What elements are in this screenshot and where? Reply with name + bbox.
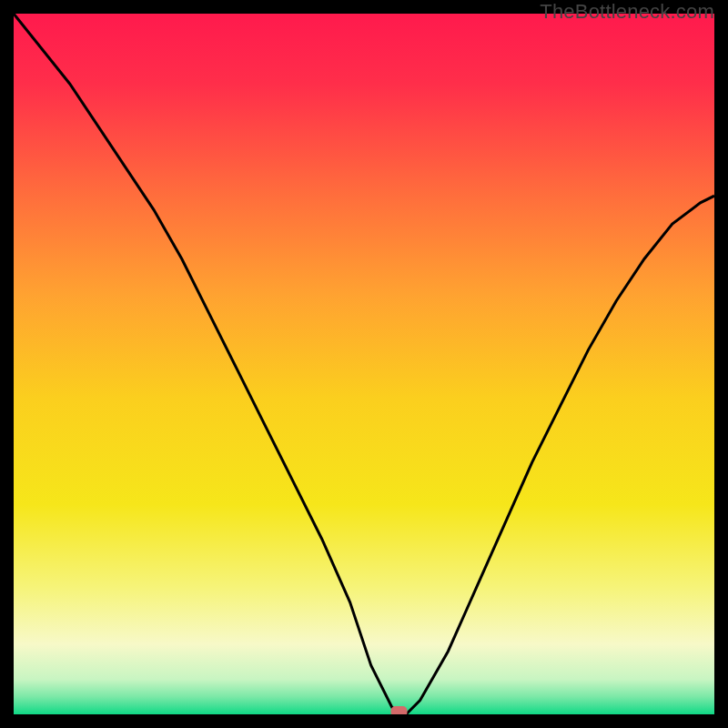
- watermark-text: TheBottleneck.com: [540, 0, 714, 24]
- chart-background: [14, 14, 714, 714]
- bottleneck-chart: [14, 14, 714, 714]
- chart-container: [14, 14, 714, 714]
- optimum-marker: [391, 706, 408, 714]
